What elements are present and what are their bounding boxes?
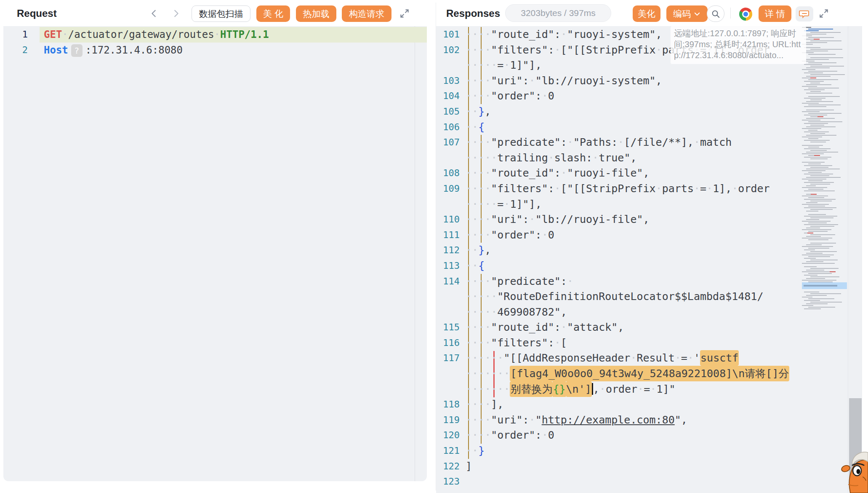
app-window: Request 数据包扫描 美 化 热加载 构造请求 1GET·/actuato… <box>0 0 868 493</box>
code-row: 103····"uri":·"lb://ruoyi-system", <box>436 73 862 89</box>
line-number: 112 <box>436 243 460 258</box>
response-fullscreen-button[interactable] <box>817 7 830 20</box>
line-number: 114 <box>436 274 460 289</box>
line-number: 122 <box>436 459 460 474</box>
line-number: 107 <box>436 135 460 150</box>
code-row: 115····"route_id":·"attack", <box>436 320 862 335</box>
minimap-selection <box>802 282 847 289</box>
speech-bubble-icon <box>799 9 810 19</box>
code-row: 104····"order":·0 <box>436 88 862 104</box>
line-number: 118 <box>436 397 460 413</box>
history-back-button[interactable] <box>148 8 160 19</box>
request-editor-ruler <box>415 26 415 481</box>
beautify-request-button[interactable]: 美 化 <box>256 5 290 22</box>
minimap[interactable] <box>802 27 847 313</box>
build-request-button[interactable]: 构造请求 <box>342 5 391 22</box>
response-scrollbar[interactable] <box>848 26 862 493</box>
line-number <box>436 382 460 397</box>
line-number: 109 <box>436 181 460 197</box>
response-meta-tooltip: 远端地址:127.0.0.1:7897; 响应时间:397ms; 总耗时:421… <box>671 26 806 64</box>
line-number: 120 <box>436 428 460 443</box>
code-row: 122] <box>436 459 862 474</box>
line-number: 102 <box>436 43 460 58</box>
line-number <box>436 366 460 382</box>
code-row: ·······别替换为{}\n'],·order·=·1]" <box>436 382 862 397</box>
line-number: 110 <box>436 212 460 228</box>
line-number: 2 <box>3 43 28 58</box>
code-row: 1GET·/actuator/gateway/routes·HTTP/1.1 <box>3 27 427 43</box>
code-row: 118····], <box>436 397 862 413</box>
line-number: 116 <box>436 335 460 351</box>
responses-panel-title: Responses <box>446 8 500 19</box>
response-code: 101····"route_id":·"ruoyi-system",102···… <box>436 27 862 490</box>
code-row: 121··} <box>436 443 862 459</box>
code-row: ·······[flag4_W0o0o0_94t3w4y_5248a922100… <box>436 366 862 382</box>
code-row: 120····"order":·0 <box>436 428 862 443</box>
line-number: 105 <box>436 104 460 120</box>
line-number <box>436 289 460 305</box>
magnifier-icon <box>711 9 720 19</box>
response-size-badge: 3203bytes / 397ms <box>505 4 611 22</box>
line-number: 117 <box>436 351 460 366</box>
chevron-down-icon <box>693 10 701 18</box>
expand-arrows-icon <box>399 8 410 19</box>
line-number: 1 <box>3 27 28 43</box>
code-row: 116····"filters":·[ <box>436 335 862 351</box>
request-code: 1GET·/actuator/gateway/routes·HTTP/1.12H… <box>3 27 427 58</box>
code-row: 105··}, <box>436 104 862 120</box>
line-number: 101 <box>436 27 460 43</box>
request-panel-title: Request <box>17 8 57 19</box>
code-row: 113··{ <box>436 258 862 274</box>
code-row: 114····"predicate":· <box>436 274 862 289</box>
beautify-response-button[interactable]: 美化 <box>633 5 660 22</box>
hot-reload-button[interactable]: 热加载 <box>296 5 336 22</box>
line-number: 121 <box>436 443 460 459</box>
comment-button[interactable] <box>796 6 813 21</box>
line-number <box>436 150 460 166</box>
header-divider <box>730 8 731 19</box>
code-row: ·····469908782", <box>436 305 862 320</box>
details-button[interactable]: 详 情 <box>759 5 791 22</box>
host-hint-badge: ? <box>71 44 83 57</box>
line-number: 106 <box>436 120 460 135</box>
code-row: ·····=·1]"], <box>436 197 862 212</box>
code-row: 117······"[[AddResponseHeader·Result·=·'… <box>436 351 862 366</box>
request-editor[interactable]: 1GET·/actuator/gateway/routes·HTTP/1.12H… <box>3 26 427 481</box>
line-number <box>436 305 460 320</box>
line-number: 111 <box>436 228 460 243</box>
chevron-left-icon <box>149 9 159 18</box>
line-number: 123 <box>436 474 460 490</box>
code-row: 109····"filters":·["[[StripPrefix·parts·… <box>436 181 862 197</box>
code-row: 107····"predicate":·"Paths:·[/file/**],·… <box>436 135 862 150</box>
code-row: ·····"RouteDefinitionRouteLocator$$Lambd… <box>436 289 862 305</box>
line-number <box>436 58 460 73</box>
code-row: 111····"order":·0 <box>436 228 862 243</box>
line-number: 115 <box>436 320 460 335</box>
line-number <box>436 197 460 212</box>
packet-scan-button[interactable]: 数据包扫描 <box>192 5 250 22</box>
encode-label: 编码 <box>673 8 691 20</box>
line-number: 108 <box>436 166 460 181</box>
line-number: 119 <box>436 413 460 428</box>
expand-arrows-icon <box>818 8 829 19</box>
chevron-right-icon <box>171 9 181 18</box>
line-number: 104 <box>436 88 460 104</box>
code-row: 119····"uri":·"http://example.com:80", <box>436 413 862 428</box>
line-number: 113 <box>436 258 460 274</box>
code-row: 110····"uri":·"lb://ruoyi-file", <box>436 212 862 228</box>
code-row: 106··{ <box>436 120 862 135</box>
code-row: 108····"route_id":·"ruoyi-file", <box>436 166 862 181</box>
line-number: 103 <box>436 73 460 89</box>
code-row: 112··}, <box>436 243 862 258</box>
code-row: 123 <box>436 474 862 490</box>
code-row: ·····trailing·slash:·true", <box>436 150 862 166</box>
search-response-button[interactable] <box>707 5 724 22</box>
response-editor[interactable]: 101····"route_id":·"ruoyi-system",102···… <box>436 26 862 493</box>
request-fullscreen-button[interactable] <box>398 7 411 20</box>
code-row: 2Host?:172.31.4.6:8080 <box>3 43 427 58</box>
encode-dropdown-button[interactable]: 编码 <box>666 5 708 22</box>
history-forward-button[interactable] <box>170 8 182 19</box>
yakit-mascot-icon <box>841 449 868 493</box>
chrome-browser-icon[interactable] <box>739 8 752 21</box>
